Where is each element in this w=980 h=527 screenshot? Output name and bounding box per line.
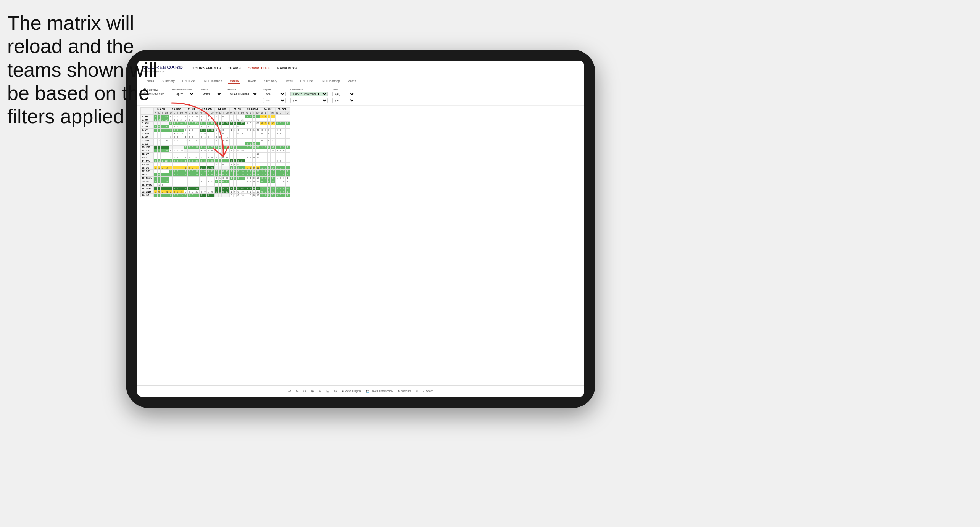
max-teams-select[interactable]: Top 25 Top 50 All xyxy=(172,92,195,96)
col-su: 27. SU xyxy=(229,108,245,111)
undo-btn[interactable]: ↩ xyxy=(288,389,291,393)
subnav-h2h-grid[interactable]: H2H Grid xyxy=(181,79,197,84)
fit-icon: ⊟ xyxy=(326,389,329,393)
osu-t: T xyxy=(282,111,285,115)
uu-dif: Dif xyxy=(271,111,275,115)
view-original-label: View: Original xyxy=(345,390,361,392)
ucb-w: W xyxy=(200,111,203,115)
row-11-ua: 11. UA 01010 01010 3040 34040 0 030 xyxy=(141,149,290,153)
ucla-w: W xyxy=(245,111,249,115)
redo-btn[interactable]: ↪ xyxy=(296,389,299,393)
row-21-etsu: 21. ETSU 10 xyxy=(141,183,290,187)
uo-w: W xyxy=(214,111,218,115)
col-ua: 11. UA xyxy=(184,108,200,111)
row-10-uw: 10. UW 13011 30332 04141 72 25066 12051 … xyxy=(141,146,290,149)
max-teams-filter: Max teams in view Top 25 Top 50 All xyxy=(172,88,195,96)
subnav-h2h-heatmap[interactable]: H2H Heatmap xyxy=(201,79,224,84)
ucla-dif: Dif xyxy=(255,111,260,115)
main-nav: SCOREBOARD Powered by clippd TOURNAMENTS… xyxy=(137,61,584,76)
uw-dif: Dif xyxy=(179,111,184,115)
zoom-in-btn[interactable]: ⊕ xyxy=(311,389,314,393)
division-select[interactable]: NCAA Division I NCAA Division II NCAA Di… xyxy=(227,92,258,96)
subnav-players-summary[interactable]: Summary xyxy=(263,79,279,84)
watch-btn[interactable]: 👁 Watch ▾ xyxy=(398,390,411,393)
max-teams-label: Max teams in view xyxy=(172,88,195,91)
toolbar-bottom: ↩ ↪ ⟳ ⊕ ⊖ ⊟ ⊙ xyxy=(137,385,584,397)
ucb-t: T xyxy=(206,111,210,115)
row-fsu: 6. FSU 14025 010 10 0101 0101 010 02 xyxy=(141,132,290,135)
su-t: T xyxy=(237,111,240,115)
team-select-2[interactable]: (All) xyxy=(332,98,355,103)
watch-icon: 👁 xyxy=(398,390,400,392)
conference-select-2[interactable]: (All) xyxy=(290,98,328,103)
row-22-ucb: 22. UCB 1303 40012 0230 23044 01036 2103… xyxy=(141,187,290,190)
row-15-uf: 15. UF 010 100 xyxy=(141,163,290,166)
subnav-players-h2h-grid[interactable]: H2H Grid xyxy=(299,79,314,84)
gender-select[interactable]: Men's Women's xyxy=(200,92,222,96)
division-label: Division xyxy=(227,88,258,91)
fit-btn[interactable]: ⊟ xyxy=(326,389,329,393)
region-select-2[interactable]: N/A xyxy=(263,98,286,103)
ua-t: T xyxy=(191,111,194,115)
zoom-out-btn[interactable]: ⊖ xyxy=(319,389,322,393)
subnav-players-matrix[interactable]: Matrix xyxy=(346,79,358,84)
col-uu: 54. UU xyxy=(260,108,275,111)
zoom-in-icon: ⊕ xyxy=(311,389,314,393)
row-uaf: 8. UAF 01014 120 01015 11011 0101 xyxy=(141,139,290,142)
save-custom-view-label: Save Custom View xyxy=(371,390,393,392)
conference-filter: Conference Pac-12 Conference ▼ (All) (Al… xyxy=(290,88,328,103)
nav-teams[interactable]: TEAMS xyxy=(228,65,241,72)
uw-l: L xyxy=(173,111,176,115)
region-filter: Region N/A East West N/A xyxy=(263,88,286,103)
conference-select[interactable]: Pac-12 Conference ▼ (All) xyxy=(290,92,328,96)
ua-w: W xyxy=(184,111,188,115)
watch-label: Watch ▾ xyxy=(401,390,411,393)
tablet-screen: SCOREBOARD Powered by clippd TOURNAMENTS… xyxy=(137,61,584,397)
team-select[interactable]: (All) xyxy=(332,92,355,96)
col-ucb: 22. UCB xyxy=(200,108,214,111)
gender-filter: Gender Men's Women's xyxy=(200,88,222,96)
division-filter: Division NCAA Division I NCAA Division I… xyxy=(227,88,258,96)
team-filter: Team (All) (All) xyxy=(332,88,355,103)
osu-w: W xyxy=(275,111,279,115)
uw-t: T xyxy=(176,111,179,115)
row-20-ug: 20. UG 110-34 01022 10040 01019 0100 100… xyxy=(141,180,290,183)
su-w: W xyxy=(229,111,233,115)
row-19-tamu: 19. TAMU 01023 10040 01019 0100 1001 xyxy=(141,177,290,180)
col-ucla: 31. UCLA xyxy=(245,108,260,111)
row-23-unm: 23. UNM 200-21 20025 02029 0010 01010 10… xyxy=(141,190,290,194)
ucb-l: L xyxy=(203,111,206,115)
row-14-ttu: 14. TTU 21122 02030 12028 22026 20829 30 xyxy=(141,159,290,163)
subnav-players[interactable]: Players xyxy=(245,79,258,84)
matrix-wrapper[interactable]: 3. ASU 10. UW 11. UA 22. UCB 24. UO 27. … xyxy=(137,106,584,385)
share-btn[interactable]: ⤢ Share xyxy=(422,390,433,393)
osu-l: L xyxy=(279,111,282,115)
region-select[interactable]: N/A East West xyxy=(263,92,286,96)
col-osu: 57. OSU xyxy=(275,108,290,111)
refresh-btn[interactable]: ⟳ xyxy=(303,389,306,393)
nav-committee[interactable]: COMMITTEE xyxy=(248,65,270,72)
zoom-out-icon: ⊖ xyxy=(319,389,322,393)
row-um: 7. UM 100 100 010 021 xyxy=(141,135,290,139)
annotation-text: The matrix will reload and the teams sho… xyxy=(7,11,171,129)
undo-icon: ↩ xyxy=(288,389,291,393)
refresh-icon: ⟳ xyxy=(303,389,306,393)
row-9-ua: 9. UA 010 xyxy=(141,142,290,146)
uu-t: T xyxy=(267,111,270,115)
grid-btn[interactable]: ⊞ xyxy=(416,390,418,393)
view-original-btn[interactable]: ◉ View: Original xyxy=(342,390,361,393)
save-custom-view-btn[interactable]: 💾 Save Custom View xyxy=(366,390,393,393)
nav-rankings[interactable]: RANKINGS xyxy=(277,65,297,72)
clock-btn[interactable]: ⊙ xyxy=(334,389,337,393)
nav-tournaments[interactable]: TOURNAMENTS xyxy=(192,65,221,72)
grid-icon: ⊞ xyxy=(416,390,418,393)
subnav-players-h2h-heatmap[interactable]: H2H Heatmap xyxy=(319,79,342,84)
row-ut: 5. UT 14025 010 02222 110 110 20140 010 … xyxy=(141,129,290,132)
view-icon: ◉ xyxy=(342,390,344,393)
team-label: Team xyxy=(332,88,355,91)
row-18-u: 18. U 20011 10011 10011 01010 10010 0101… xyxy=(141,173,290,177)
subnav-matrix[interactable]: Matrix xyxy=(228,78,240,84)
su-dif: Dif xyxy=(240,111,245,115)
clock-icon: ⊙ xyxy=(334,389,337,393)
subnav-detail[interactable]: Detail xyxy=(283,79,294,84)
